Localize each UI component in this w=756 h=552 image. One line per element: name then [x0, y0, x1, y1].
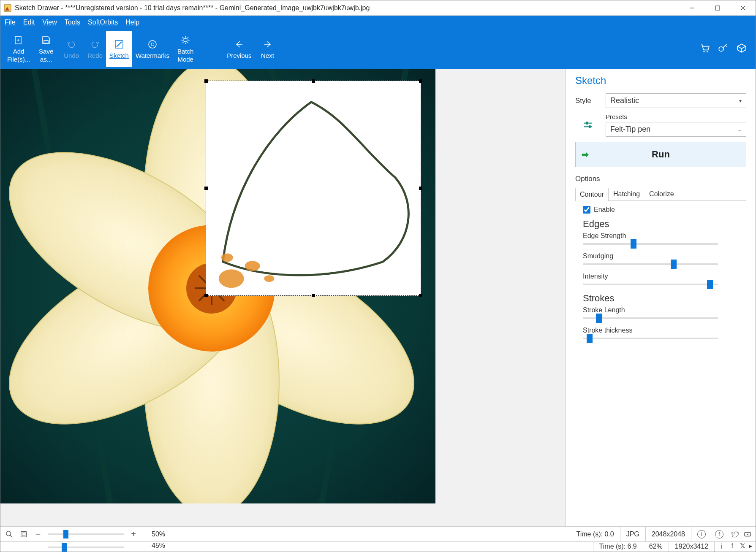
zoom-actual-icon[interactable]: [5, 530, 14, 539]
clipped-time: Time (s): 6.9: [593, 542, 643, 552]
tab-contour[interactable]: Contour: [575, 188, 609, 201]
chevron-down-icon: ⌄: [737, 127, 742, 133]
smudging-slider[interactable]: [583, 263, 718, 265]
stroke-length-slider[interactable]: [583, 317, 718, 319]
status-format: JPG: [620, 527, 645, 541]
handle-bm[interactable]: [312, 294, 315, 297]
handle-br[interactable]: [419, 294, 422, 297]
menu-edit[interactable]: Edit: [23, 19, 35, 26]
redo-button: Redo: [84, 31, 106, 67]
svg-point-21: [703, 51, 704, 52]
svg-rect-8: [44, 41, 48, 43]
key-icon[interactable]: [718, 43, 729, 55]
info-icon: i: [721, 543, 722, 550]
handle-bl[interactable]: [204, 294, 208, 297]
previous-button[interactable]: Previous: [223, 31, 255, 67]
zoom-out-button[interactable]: −: [33, 530, 43, 539]
menu-help[interactable]: Help: [125, 19, 139, 26]
svg-line-17: [182, 37, 184, 38]
run-button[interactable]: ➡ Run: [575, 142, 746, 167]
chevron-down-icon: ▾: [739, 98, 742, 104]
next-button[interactable]: Next: [255, 31, 280, 67]
enable-checkbox[interactable]: Enable: [583, 206, 746, 214]
watermarks-button[interactable]: C Watermarks: [132, 31, 173, 67]
status-dims: 2048x2048: [645, 527, 691, 541]
zoom-slider[interactable]: [48, 533, 124, 535]
tab-colorize[interactable]: Colorize: [645, 187, 679, 200]
facebook-icon[interactable]: f: [715, 530, 723, 538]
svg-point-42: [219, 269, 244, 288]
menu-softorbits[interactable]: SoftOrbits: [88, 19, 118, 26]
stroke-thickness-slider[interactable]: [583, 338, 718, 339]
clipped-zoom-slider: [48, 547, 124, 548]
edge-strength-slider[interactable]: [583, 243, 718, 245]
presets-label: Presets: [606, 113, 746, 120]
batch-mode-button[interactable]: Batch Mode: [173, 31, 198, 67]
handle-ml[interactable]: [204, 187, 208, 190]
menubar: File Edit View Tools SoftOrbits Help: [0, 16, 756, 29]
statusbar: − + 50% Time (s): 0.0 JPG 2048x2048 i f: [0, 526, 756, 541]
intensity-label: Intensity: [583, 273, 746, 280]
options-tabs: Contour Hatching Colorize: [575, 187, 746, 201]
maximize-button[interactable]: [705, 0, 730, 16]
undo-icon: [66, 38, 76, 50]
smudging-label: Smudging: [583, 252, 746, 260]
intensity-slider[interactable]: [583, 284, 718, 285]
presets-icon[interactable]: [575, 119, 601, 130]
app-window: Sketch Drawer - ****Unregistered version…: [0, 0, 756, 552]
clipped-pct: 62%: [643, 542, 669, 552]
cart-icon[interactable]: [699, 43, 710, 55]
save-as-button[interactable]: Save as...: [33, 31, 59, 67]
titlebar: Sketch Drawer - ****Unregistered version…: [0, 0, 756, 16]
svg-rect-41: [206, 81, 421, 295]
svg-text:C: C: [151, 42, 154, 47]
strokes-header: Strokes: [583, 293, 746, 304]
svg-point-45: [264, 275, 274, 282]
handle-tl[interactable]: [204, 79, 208, 83]
twitter-icon: 𝕏: [740, 542, 745, 550]
menu-view[interactable]: View: [42, 19, 57, 26]
twitter-icon[interactable]: [730, 530, 740, 539]
svg-rect-47: [586, 122, 588, 124]
menu-file[interactable]: File: [5, 19, 16, 26]
window-buttons: [680, 0, 756, 16]
arrow-right-icon: [263, 38, 273, 50]
svg-line-18: [187, 42, 188, 43]
svg-line-20: [187, 37, 188, 38]
gear-icon: [180, 34, 190, 46]
run-arrow-icon: ➡: [582, 149, 589, 160]
cube-icon[interactable]: [736, 43, 747, 55]
selection-rect[interactable]: [206, 81, 421, 296]
edges-header: Edges: [583, 219, 746, 230]
handle-tm[interactable]: [312, 79, 315, 83]
svg-point-43: [245, 261, 260, 271]
youtube-icon[interactable]: [743, 530, 752, 539]
zoom-fit-icon[interactable]: [19, 530, 28, 539]
add-files-button[interactable]: Add File(s)...: [4, 31, 33, 67]
canvas[interactable]: [0, 69, 566, 526]
clipped-zoom-text: 45%: [152, 542, 165, 549]
style-label: Style: [575, 97, 601, 105]
style-select[interactable]: Realistic ▾: [606, 93, 746, 108]
minimize-button[interactable]: [680, 0, 705, 16]
handle-tr[interactable]: [419, 79, 422, 83]
info-icon[interactable]: i: [697, 530, 706, 538]
svg-line-51: [10, 535, 12, 537]
preset-select[interactable]: Felt-Tip pen ⌄: [606, 122, 746, 137]
watermarks-icon: C: [147, 38, 158, 50]
panel-title: Sketch: [575, 75, 746, 87]
svg-line-19: [182, 42, 184, 43]
zoom-in-button[interactable]: +: [129, 530, 138, 539]
redo-icon: [90, 38, 100, 50]
svg-rect-53: [22, 533, 25, 536]
handle-mr[interactable]: [419, 187, 422, 190]
toolbar-right: [699, 43, 752, 55]
tab-hatching[interactable]: Hatching: [609, 187, 645, 200]
menu-tools[interactable]: Tools: [65, 19, 80, 26]
sketch-button[interactable]: Sketch: [106, 31, 132, 67]
app-icon: [4, 4, 11, 12]
status-time: Time (s): 0.0: [570, 527, 620, 541]
youtube-icon: ▸: [749, 542, 752, 550]
facebook-icon: f: [732, 542, 733, 549]
close-button[interactable]: [730, 0, 756, 16]
